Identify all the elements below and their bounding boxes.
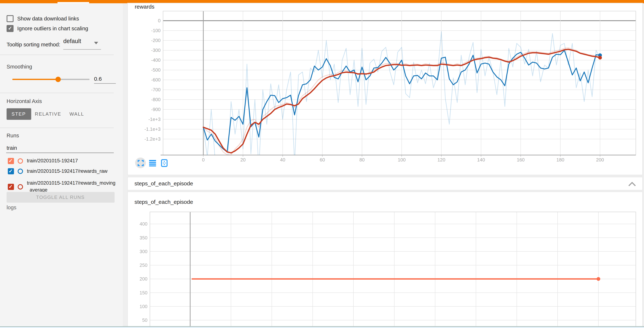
- chevron-down-icon[interactable]: [94, 42, 98, 44]
- ignore-outliers-checkbox[interactable]: [6, 25, 14, 32]
- svg-text:250: 250: [140, 263, 148, 268]
- run-label: train/20201015-192417/rewards_moving_ave…: [27, 180, 117, 194]
- svg-text:100: 100: [398, 157, 406, 162]
- svg-text:400: 400: [140, 221, 148, 226]
- svg-text:-500: -500: [151, 67, 161, 72]
- show-download-links-label: Show data download links: [17, 15, 79, 21]
- smoothing-value-input[interactable]: 0.6: [94, 76, 116, 82]
- ignore-outliers-label: Ignore outliers in chart scaling: [17, 25, 88, 32]
- svg-text:160: 160: [517, 157, 524, 162]
- svg-text:200: 200: [140, 276, 148, 281]
- fit-to-data-icon[interactable]: [161, 159, 168, 167]
- axis-mode-wall-button[interactable]: WALL: [67, 108, 87, 120]
- svg-text:50: 50: [142, 318, 148, 323]
- horizontal-bars-icon[interactable]: [149, 160, 156, 166]
- svg-text:-100: -100: [151, 28, 161, 33]
- svg-text:0: 0: [158, 18, 160, 23]
- run-row[interactable]: train/20201015-192417: [0, 157, 130, 164]
- svg-text:-1.1e+3: -1.1e+3: [144, 127, 160, 132]
- svg-text:80: 80: [359, 157, 364, 162]
- active-tab-indicator: [58, 2, 89, 3]
- run-radio-icon[interactable]: [17, 184, 23, 189]
- svg-text:120: 120: [438, 157, 445, 162]
- toggle-all-runs-button[interactable]: TOGGLE ALL RUNS: [6, 192, 114, 202]
- svg-text:-1.2e+3: -1.2e+3: [144, 137, 160, 142]
- slider-thumb[interactable]: [55, 77, 60, 82]
- horizontal-axis-label: Horizontal Axis: [6, 98, 42, 104]
- steps-chart-card: steps_of_each_episode 400350300250200150…: [127, 191, 643, 328]
- divider: [0, 55, 114, 55]
- steps-chart-canvas[interactable]: 40035030025020015010050: [128, 192, 643, 328]
- svg-text:-800: -800: [151, 97, 161, 102]
- ignore-outliers-row[interactable]: Ignore outliers in chart scaling: [0, 22, 130, 34]
- run-label: train/20201015-192417/rewards_raw: [27, 168, 117, 175]
- smoothing-label: Smoothing: [6, 64, 32, 70]
- svg-text:200: 200: [596, 157, 604, 162]
- smoothing-underline: [94, 83, 116, 84]
- run-radio-icon[interactable]: [17, 158, 23, 164]
- svg-text:-700: -700: [151, 87, 161, 92]
- run-row[interactable]: train/20201015-192417/rewards_raw: [0, 168, 130, 175]
- fullscreen-icon[interactable]: [138, 160, 144, 166]
- logs-label: logs: [6, 204, 16, 210]
- svg-text:150: 150: [140, 290, 148, 295]
- svg-text:-600: -600: [151, 77, 161, 82]
- runs-label: Runs: [6, 133, 19, 139]
- bottom-edge-strip: [0, 327, 644, 328]
- svg-text:140: 140: [477, 157, 485, 162]
- svg-text:-400: -400: [151, 57, 161, 63]
- svg-text:300: 300: [140, 249, 148, 254]
- run-label: train/20201015-192417: [27, 157, 117, 164]
- select-underline: [63, 49, 101, 49]
- svg-text:-300: -300: [151, 48, 161, 53]
- run-checkbox[interactable]: [8, 158, 14, 164]
- slider-track-filled: [12, 79, 58, 80]
- svg-text:60: 60: [320, 157, 325, 162]
- axis-mode-relative-button[interactable]: RELATIVE: [35, 108, 61, 120]
- svg-text:-200: -200: [151, 38, 161, 43]
- svg-text:-900: -900: [151, 107, 161, 112]
- svg-text:180: 180: [556, 157, 564, 162]
- svg-text:40: 40: [280, 157, 285, 162]
- svg-text:350: 350: [140, 235, 148, 240]
- section-header[interactable]: steps_of_each_episode: [127, 177, 643, 190]
- section-title: steps_of_each_episode: [134, 180, 193, 187]
- runs-filter-input[interactable]: train: [6, 145, 17, 151]
- run-radio-icon[interactable]: [17, 168, 23, 174]
- rewards-chart-canvas[interactable]: 0-100-200-300-400-500-600-700-800-900-1e…: [128, 3, 643, 175]
- divider: [0, 127, 114, 128]
- svg-text:20: 20: [240, 157, 246, 162]
- axis-mode-step-button[interactable]: STEP: [6, 108, 31, 120]
- chevron-up-icon[interactable]: [628, 181, 636, 186]
- run-checkbox[interactable]: [8, 168, 14, 174]
- tooltip-sorting-label: Tooltip sorting method:: [6, 41, 60, 47]
- tensorboard-app: Show data download links Ignore outliers…: [0, 0, 644, 328]
- slider-track-empty: [58, 79, 90, 80]
- svg-text:-1e+3: -1e+3: [148, 117, 160, 122]
- runs-filter-underline: [6, 152, 114, 153]
- divider: [0, 93, 114, 93]
- show-download-links-checkbox[interactable]: [6, 15, 14, 22]
- run-checkbox[interactable]: [8, 183, 14, 190]
- rewards-chart-card: rewards 0-100-200-300-400-500-600-700-80…: [127, 3, 643, 175]
- svg-text:100: 100: [140, 304, 148, 309]
- svg-text:0: 0: [202, 157, 204, 162]
- settings-sidebar: Show data download links Ignore outliers…: [0, 3, 123, 326]
